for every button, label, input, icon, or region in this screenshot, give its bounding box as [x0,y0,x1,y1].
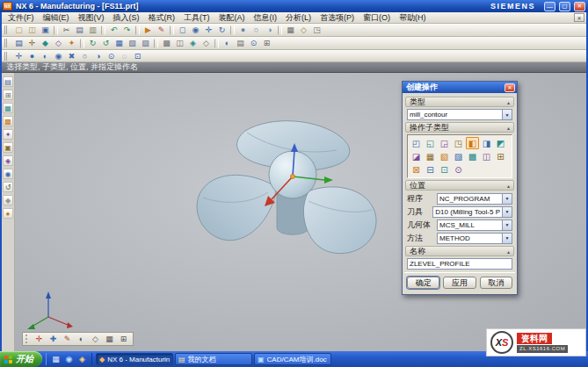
task-my-documents[interactable]: ▤ 我的文档 [175,353,252,365]
window-icon[interactable]: ◳ [310,25,323,36]
chevron-down-icon[interactable]: ▼ [502,194,512,204]
options-icon[interactable]: ⊞ [260,38,273,49]
save-icon[interactable]: ▣ [39,25,52,36]
history-icon[interactable]: ↺ [3,182,13,192]
assembly-navigator-icon[interactable]: ▤ [3,76,13,87]
new-icon[interactable]: ▢ [12,25,25,36]
move-object-icon[interactable]: ◇ [89,334,102,345]
close-button[interactable]: ✕ [574,2,585,11]
zlevel-profile-icon[interactable]: ◧ [466,137,479,149]
rotate-view-icon[interactable]: ↻ [215,25,229,36]
menu-item[interactable]: 文件(F) [4,12,39,24]
start-module-icon[interactable]: ▶ [142,25,155,36]
cancel-button[interactable]: 取消 [480,277,512,289]
dialog-close-button[interactable]: ✕ [505,83,515,92]
menu-item[interactable]: 插入(S) [109,12,144,24]
create-method-icon[interactable]: ◇ [52,38,65,49]
existing-point-icon[interactable]: ⊙ [105,50,118,61]
list-toolpath-icon[interactable]: ▤ [234,38,247,49]
mill-control-icon[interactable]: ⊙ [452,163,465,176]
create-tool-icon[interactable]: ✛ [25,38,39,49]
collapse-icon[interactable]: ▴ [507,99,510,105]
internet-explorer-icon[interactable]: ◉ [3,169,13,179]
media-player-icon[interactable]: ◈ [76,354,88,365]
layer-settings-icon[interactable]: ▦ [284,25,297,36]
subtype-section-header[interactable]: 操作子类型 ▴ [405,122,514,133]
redo-icon[interactable]: ↷ [120,25,134,36]
cavity-mill-icon[interactable]: ◰ [410,137,423,149]
wireframe-view-icon[interactable]: ○ [250,25,263,36]
menu-item[interactable]: 工具(T) [179,12,214,24]
document-close-icon[interactable]: ✕ [574,13,584,22]
task-word-document[interactable]: ▣ CAD/CAM培训.doc - Mi... [254,353,331,365]
create-operation-icon[interactable]: ✦ [65,38,78,49]
fixed-contour-icon[interactable]: ◩ [494,137,507,149]
flowcut-multiple-icon[interactable]: ▩ [466,150,479,162]
end-point-icon[interactable]: ● [25,50,39,61]
point-on-surface-icon[interactable]: ⊡ [131,50,144,61]
program-order-view-icon[interactable]: ▩ [160,38,173,49]
reuse-library-icon[interactable]: ▣ [3,142,13,153]
machining-wizards-icon[interactable]: ✦ [3,129,13,140]
corner-rough-icon[interactable]: ◲ [438,137,451,149]
create-geometry-icon[interactable]: ◆ [39,38,52,49]
show-desktop-icon[interactable]: ▦ [50,354,62,365]
field-combo[interactable]: D10 (Milling Tool-5 P ▼ [432,206,512,218]
dynamic-wcs-icon[interactable]: ✛ [33,334,46,345]
info-icon[interactable]: ⊙ [247,38,260,49]
name-section-header[interactable]: 名称 ▴ [405,246,514,256]
pan-icon[interactable]: ✛ [202,25,215,36]
field-combo[interactable]: NC_PROGRAM ▼ [437,193,512,205]
minimize-button[interactable]: — [544,2,555,11]
fit-view-icon[interactable]: ◻ [176,25,189,36]
verify-toolpath-icon[interactable]: ▦ [113,38,126,49]
point-on-curve-icon[interactable]: ◌ [118,50,131,61]
copy-icon[interactable]: ▤ [73,25,86,36]
field-combo[interactable]: MCS_MILL ▼ [437,219,512,231]
undo-icon[interactable]: ↶ [107,25,120,36]
post-process-icon[interactable]: ▧ [126,38,139,49]
collapse-icon[interactable]: ▴ [507,248,510,255]
mill-user-icon[interactable]: ⊡ [438,163,451,176]
part-navigator-icon[interactable]: ▦ [3,103,13,113]
layer-icon[interactable]: ▦ [103,334,116,345]
flowcut-single-icon[interactable]: ▨ [452,150,465,162]
menu-item[interactable]: 帮助(H) [395,12,431,24]
type-combo[interactable]: mill_contour ▼ [407,109,512,120]
system-materials-icon[interactable]: ◆ [3,195,13,205]
restore-button[interactable]: ◻ [559,2,570,11]
machining-method-view-icon[interactable]: ◇ [200,38,213,49]
snap-point-icon[interactable]: ✛ [12,50,25,61]
collapse-icon[interactable]: ▴ [507,125,510,131]
profile-3d-icon[interactable]: ⊠ [410,163,423,176]
menu-item[interactable]: 格式(R) [144,12,180,24]
zoom-icon[interactable]: ◉ [189,25,202,36]
flowcut-smooth-icon[interactable]: ⊞ [494,150,507,162]
point-constructor-icon[interactable]: ✚ [47,334,60,345]
collapse-icon[interactable]: ▴ [507,183,510,189]
create-program-icon[interactable]: ▤ [12,38,25,49]
open-icon[interactable]: ◫ [25,25,39,36]
mid-point-icon[interactable]: ◐ [39,50,52,61]
chevron-down-icon[interactable]: ▼ [502,110,512,119]
quadrant-point-icon[interactable]: ◑ [91,50,105,61]
geometry-view-icon[interactable]: ◈ [186,38,200,49]
start-button[interactable]: 开始 [0,351,42,367]
menu-item[interactable]: 装配(A) [214,12,250,24]
edit-object-display-icon[interactable]: ✎ [61,334,74,345]
apply-button[interactable]: 应用 [443,277,475,289]
machine-tool-view-icon[interactable]: ◫ [173,38,186,49]
shop-documentation-icon[interactable]: ▨ [139,38,152,49]
constraint-navigator-icon[interactable]: ⊞ [3,90,13,100]
task-nx-manufacturing[interactable]: ◆ NX 6 - Manufacturing... [96,353,173,365]
flowcut-ref-tool-icon[interactable]: ◫ [480,150,493,162]
face-analysis-icon[interactable]: ◑ [263,25,276,36]
field-combo[interactable]: METHOD ▼ [437,233,512,244]
menu-item[interactable]: 首选项(P) [316,12,359,24]
plunge-milling-icon[interactable]: ◱ [424,137,437,149]
graphics-window[interactable]: ✛✚✎◐◇▦⊞ 创建操作 ✕ 类型 ▴ mill_contour [15,73,586,351]
shaded-view-icon[interactable]: ● [236,25,250,36]
menu-item[interactable]: 视图(V) [74,12,109,24]
contour-text-icon[interactable]: ⊟ [424,163,437,176]
location-section-header[interactable]: 位置 ▴ [405,180,514,191]
